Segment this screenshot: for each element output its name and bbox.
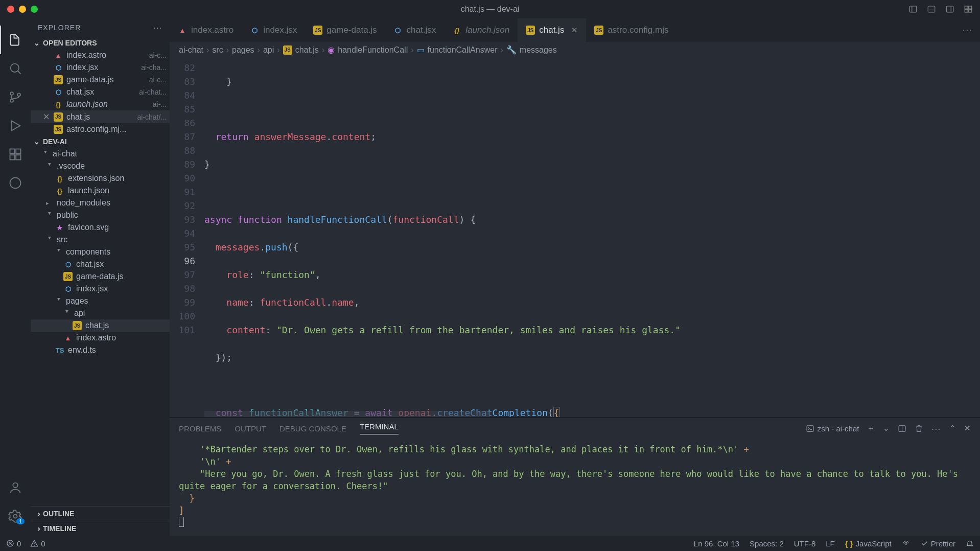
open-editor-item[interactable]: ✕JSchat.jsai-chat/... bbox=[31, 110, 170, 123]
cursor-position[interactable]: Ln 96, Col 13 bbox=[694, 539, 739, 548]
close-panel-icon[interactable]: ✕ bbox=[964, 424, 971, 433]
chevron-up-icon[interactable]: ⌃ bbox=[949, 424, 956, 433]
split-terminal-icon[interactable] bbox=[898, 424, 906, 433]
terminal-tab[interactable]: TERMINAL bbox=[360, 422, 399, 434]
folder-row[interactable]: ▸src bbox=[31, 234, 170, 246]
customize-layout-icon[interactable] bbox=[964, 5, 973, 14]
breadcrumb-item[interactable]: src bbox=[212, 45, 223, 55]
eol-status[interactable]: LF bbox=[826, 539, 835, 548]
indent-status[interactable]: Spaces: 2 bbox=[750, 539, 784, 548]
folder-row[interactable]: ▸pages bbox=[31, 295, 170, 307]
toggle-panel-bottom-icon[interactable] bbox=[927, 5, 936, 14]
breadcrumb-item[interactable]: handleFunctionCall bbox=[338, 45, 408, 55]
open-editor-item[interactable]: JSastro.config.mj... bbox=[31, 123, 170, 135]
code-line[interactable]: } bbox=[204, 157, 980, 171]
code-editor[interactable]: 82 83 84 85 86 87 88 89 90 91 92 93 94 9… bbox=[170, 58, 980, 417]
errors-count[interactable]: 0 bbox=[6, 539, 21, 548]
toggle-panel-right-icon[interactable] bbox=[945, 5, 954, 14]
minimize-window-icon[interactable] bbox=[19, 6, 26, 13]
tab-astro-config[interactable]: JSastro.config.mjs bbox=[586, 18, 676, 42]
trash-icon[interactable] bbox=[915, 424, 923, 433]
notifications-icon[interactable] bbox=[966, 539, 974, 547]
debug-console-tab[interactable]: DEBUG CONSOLE bbox=[279, 424, 346, 433]
breadcrumb-item[interactable]: api bbox=[263, 45, 274, 55]
problems-tab[interactable]: PROBLEMS bbox=[179, 424, 221, 433]
feedback-icon[interactable] bbox=[902, 539, 910, 547]
folder-row[interactable]: ▸public bbox=[31, 209, 170, 221]
breadcrumb[interactable]: ai-chat› src› pages› api› JSchat.js› ◉ha… bbox=[170, 42, 980, 58]
code-content[interactable]: } return answerMessage.content; } async … bbox=[204, 58, 980, 417]
code-line[interactable]: content: "Dr. Owen gets a refill from th… bbox=[204, 323, 980, 337]
tab-index-jsx[interactable]: ⬡index.jsx bbox=[242, 18, 305, 42]
breadcrumb-item[interactable]: pages bbox=[232, 45, 254, 55]
file-row[interactable]: ▲index.astro bbox=[31, 332, 170, 344]
new-terminal-button[interactable]: ＋ bbox=[867, 424, 875, 433]
horizontal-scrollbar[interactable] bbox=[204, 411, 491, 417]
code-line[interactable]: role: "function", bbox=[204, 268, 980, 282]
terminal-shell-picker[interactable]: zsh - ai-chat bbox=[806, 424, 859, 433]
breadcrumb-item[interactable]: functionCallAnswer bbox=[428, 45, 498, 55]
breadcrumb-item[interactable]: chat.js bbox=[295, 45, 319, 55]
accounts-tab[interactable] bbox=[0, 473, 31, 502]
breadcrumb-item[interactable]: ai-chat bbox=[179, 45, 203, 55]
close-icon[interactable]: ✕ bbox=[42, 112, 50, 122]
more-icon[interactable]: ··· bbox=[153, 24, 162, 32]
project-section[interactable]: ⌄ DEV-AI bbox=[31, 135, 170, 148]
file-row[interactable]: JSgame-data.js bbox=[31, 270, 170, 283]
code-line[interactable]: name: functionCall.name, bbox=[204, 295, 980, 309]
tab-index-astro[interactable]: ▲index.astro bbox=[170, 18, 242, 42]
breadcrumb-item[interactable]: messages bbox=[520, 45, 557, 55]
tab-chat-js[interactable]: JSchat.js✕ bbox=[518, 18, 586, 42]
folder-row[interactable]: ▸node_modules bbox=[31, 197, 170, 209]
code-line[interactable]: async function handleFunctionCall(functi… bbox=[204, 213, 980, 226]
code-line[interactable]: } bbox=[204, 75, 980, 88]
code-line[interactable]: return answerMessage.content; bbox=[204, 130, 980, 144]
folder-row[interactable]: ▸api bbox=[31, 307, 170, 319]
explorer-tab[interactable] bbox=[0, 26, 31, 54]
maximize-window-icon[interactable] bbox=[31, 6, 38, 13]
folder-row[interactable]: ▸ai-chat bbox=[31, 148, 170, 160]
open-editors-section[interactable]: ⌄ OPEN EDITORS bbox=[31, 37, 170, 49]
debug-tab[interactable] bbox=[0, 111, 31, 140]
timeline-section[interactable]: ⌄TIMELINE bbox=[31, 521, 170, 536]
folder-row[interactable]: ▸components bbox=[31, 246, 170, 258]
encoding-status[interactable]: UTF-8 bbox=[794, 539, 816, 548]
terminal-output[interactable]: '*Bartender steps over to Dr. Owen, refi… bbox=[170, 439, 980, 536]
close-icon[interactable]: ✕ bbox=[571, 26, 578, 35]
code-line[interactable]: messages.push({ bbox=[204, 240, 980, 254]
tab-launch-json[interactable]: {}launch.json bbox=[444, 18, 518, 42]
open-editor-item[interactable]: ⬡chat.jsxai-chat... bbox=[31, 86, 170, 98]
terminal-dropdown-icon[interactable]: ⌄ bbox=[883, 424, 890, 433]
warnings-count[interactable]: 0 bbox=[30, 539, 45, 548]
more-icon[interactable]: ··· bbox=[931, 424, 941, 433]
code-line[interactable] bbox=[204, 378, 980, 392]
toggle-panel-left-icon[interactable] bbox=[908, 5, 918, 14]
edge-tab[interactable] bbox=[0, 169, 31, 197]
outline-section[interactable]: ⌄OUTLINE bbox=[31, 506, 170, 521]
open-editor-item[interactable]: {}launch.jsonai-... bbox=[31, 98, 170, 110]
file-row[interactable]: ★favicon.svg bbox=[31, 221, 170, 234]
settings-tab[interactable]: 1 bbox=[0, 502, 31, 531]
search-tab[interactable] bbox=[0, 54, 31, 83]
file-row[interactable]: ⬡chat.jsx bbox=[31, 258, 170, 270]
file-row[interactable]: JSchat.js bbox=[31, 319, 170, 332]
file-row[interactable]: ⬡index.jsx bbox=[31, 283, 170, 295]
file-row[interactable]: TSenv.d.ts bbox=[31, 344, 170, 356]
tab-chat-jsx[interactable]: ⬡chat.jsx bbox=[385, 18, 445, 42]
file-row[interactable]: {}launch.json bbox=[31, 185, 170, 197]
more-icon[interactable]: ··· bbox=[963, 25, 973, 35]
prettier-status[interactable]: Prettier bbox=[920, 539, 955, 548]
close-window-icon[interactable] bbox=[7, 6, 14, 13]
open-editor-item[interactable]: JSgame-data.jsai-c... bbox=[31, 74, 170, 86]
code-line[interactable]: }); bbox=[204, 351, 980, 364]
source-control-tab[interactable] bbox=[0, 83, 31, 111]
code-line[interactable] bbox=[204, 102, 980, 116]
language-status[interactable]: { } JavaScript bbox=[845, 539, 892, 548]
extensions-tab[interactable] bbox=[0, 140, 31, 169]
code-line[interactable] bbox=[204, 185, 980, 199]
open-editor-item[interactable]: ⬡index.jsxai-cha... bbox=[31, 61, 170, 74]
folder-row[interactable]: ▸.vscode bbox=[31, 160, 170, 172]
tab-game-data[interactable]: JSgame-data.js bbox=[305, 18, 385, 42]
file-row[interactable]: {}extensions.json bbox=[31, 172, 170, 185]
open-editor-item[interactable]: ▲index.astroai-c... bbox=[31, 49, 170, 61]
